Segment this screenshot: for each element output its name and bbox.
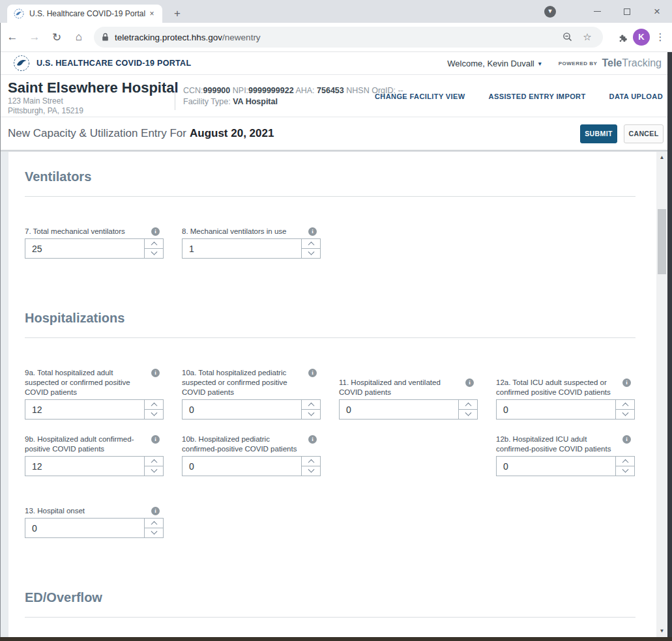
spinner-up-button[interactable] [145,239,163,249]
browser-window: U.S. Healthcare COVID-19 Portal × + ▼ × … [0,0,672,641]
info-icon[interactable]: i [465,378,474,387]
spinner-down-button[interactable] [616,410,634,419]
number-input [182,238,321,259]
info-icon[interactable]: i [151,227,160,236]
field-7-total-mechanical-ventilators: 7. Total mechanical ventilators i [25,227,164,259]
section-rule [25,337,635,338]
browser-update-icon[interactable]: ▼ [544,6,556,18]
field-9a-input[interactable] [25,399,145,420]
chevron-down-icon [465,409,471,416]
forward-icon[interactable]: → [25,27,44,47]
new-tab-button[interactable]: + [169,5,186,22]
info-icon[interactable]: i [151,369,160,377]
chevron-down-icon [308,409,314,416]
window-bottom-edge [0,637,672,641]
user-menu-caret-icon[interactable]: ▾ [538,60,542,67]
number-input [339,399,478,420]
spinner-up-button[interactable] [302,239,320,249]
number-input [182,399,321,420]
assisted-entry-import-link[interactable]: ASSISTED ENTRY IMPORT [489,93,586,100]
scrollbar-thumb[interactable] [658,209,666,274]
field-12a-total-icu-adult: 12a. Total ICU adult suspected or confir… [496,378,635,420]
spinner-down-button[interactable] [145,466,163,476]
spinner-down-button[interactable] [302,466,320,476]
spinner-up-button[interactable] [302,457,320,466]
spinner-up-button[interactable] [616,400,634,410]
info-icon[interactable]: i [308,435,317,444]
back-icon[interactable]: ← [3,27,22,47]
bookmark-star-icon[interactable]: ☆ [579,29,595,45]
chevron-up-icon [151,520,157,527]
info-icon[interactable]: i [622,435,631,444]
tab-close-icon[interactable]: × [147,8,157,19]
field-10a-total-hospitalized-pediatric: 10a. Total hospitalized pediatric suspec… [182,368,321,420]
close-button[interactable]: × [642,2,672,21]
spinner-down-button[interactable] [145,410,163,419]
info-icon[interactable]: i [308,227,317,236]
info-icon[interactable]: i [151,435,160,444]
submit-button[interactable]: SUBMIT [580,124,617,143]
field-11-input[interactable] [339,399,459,420]
spinner-up-button[interactable] [616,457,634,466]
field-13-input[interactable] [25,518,145,538]
data-upload-link[interactable]: DATA UPLOAD [609,93,663,100]
browser-tab[interactable]: U.S. Healthcare COVID-19 Portal × [7,5,162,23]
info-icon[interactable]: i [308,369,317,377]
field-8-input[interactable] [182,238,302,259]
tab-favicon-eagle-icon [14,8,24,19]
cancel-button[interactable]: CANCEL [624,124,664,143]
spinner-up-button[interactable] [145,519,163,528]
scrollbar-down-arrow-icon[interactable]: ▼ [656,626,667,636]
chevron-up-icon [622,402,628,408]
url-host: teletracking.protect.hhs.gov [115,33,222,42]
zoom-out-icon[interactable] [560,29,576,45]
window-controls: ▼ × [544,0,672,23]
field-12a-input[interactable] [496,399,616,420]
lock-icon [102,33,109,42]
browser-menu-icon[interactable]: ⋮ [652,31,668,43]
section-title-hospitalizations: Hospitalizations [25,311,635,326]
info-icon[interactable]: i [151,507,160,515]
field-label: 12a. Total ICU adult suspected or confir… [496,378,635,397]
extensions-puzzle-icon[interactable] [615,29,630,45]
reload-icon[interactable]: ↻ [47,27,66,47]
home-icon[interactable]: ⌂ [69,27,89,47]
spinner-down-button[interactable] [145,528,163,537]
facility-type-value: VA Hospital [233,97,278,106]
section-title-ed-overflow: ED/Overflow [25,590,635,605]
spinner [301,399,321,420]
spinner-up-button[interactable] [145,457,163,466]
maximize-button[interactable] [612,2,642,21]
profile-avatar[interactable]: K [633,29,650,46]
spinner-up-button[interactable] [302,400,320,410]
spinner-up-button[interactable] [459,400,477,410]
field-12b-input[interactable] [496,456,616,476]
address-bar[interactable]: teletracking.protect.hhs.gov/newentry ☆ [94,27,603,48]
spinner [615,399,635,420]
field-label: 13. Hospital onset [25,506,164,516]
field-10b-input[interactable] [182,456,302,476]
change-facility-view-link[interactable]: CHANGE FACILITY VIEW [375,93,465,100]
field-10a-input[interactable] [182,399,302,420]
field-7-input[interactable] [25,238,145,259]
field-9b-hospitalized-adult-confirmed: 9b. Hospitalized adult confirmed-positiv… [25,434,164,476]
info-icon[interactable]: i [622,378,631,387]
welcome-user-menu[interactable]: Welcome, Kevin Duvall [447,59,534,68]
spinner-down-button[interactable] [302,249,320,258]
spinner [144,399,164,420]
entry-actions: SUBMIT CANCEL [580,124,664,143]
field-label: 11. Hospitalized and ventilated COVID pa… [339,378,478,397]
spinner-down-button[interactable] [145,249,163,258]
facility-address-line1: 123 Main Street [8,96,63,106]
scrollbar-up-arrow-icon[interactable]: ▲ [656,152,667,163]
vertical-scrollbar[interactable]: ▲ ▼ [656,152,667,637]
chevron-up-icon [151,241,157,248]
spinner-down-button[interactable] [459,410,477,419]
chevron-up-icon [622,459,628,465]
field-9b-input[interactable] [25,456,145,476]
spinner-up-button[interactable] [145,400,163,410]
spinner-down-button[interactable] [616,466,634,476]
minimize-button[interactable] [582,2,612,21]
field-10b-hospitalized-pediatric-confirmed: 10b. Hospitalized pediatric confirmed-po… [182,434,321,476]
spinner-down-button[interactable] [302,410,320,419]
